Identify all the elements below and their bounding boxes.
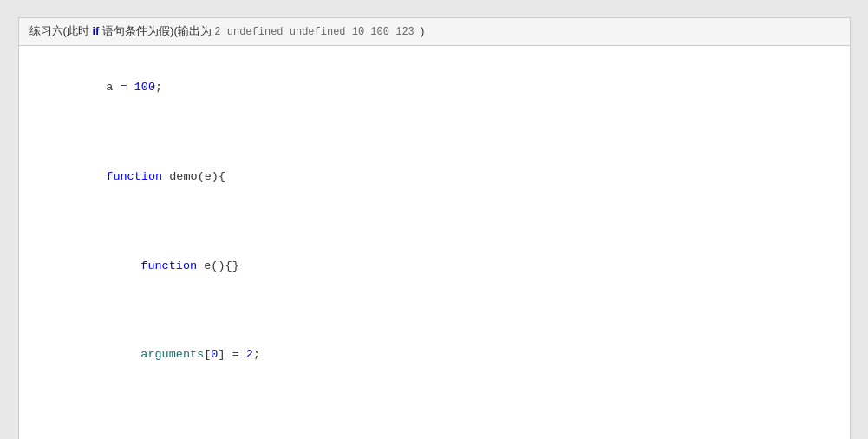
code-body: a = 100; function demo(e){ function e(){… [19, 46, 850, 439]
code-line: a = 100; [33, 55, 836, 121]
code-line-blank [33, 388, 836, 410]
header-middle: 语句条件为假)(输出为 [102, 24, 212, 37]
header-output: 2 undefined undefined 10 100 123 [214, 26, 421, 38]
code-line-blank [33, 121, 836, 144]
panel-header: 练习六(此时 if 语句条件为假)(输出为 2 undefined undefi… [19, 18, 850, 46]
code-line-blank [33, 210, 836, 233]
header-suffix: ) [421, 24, 424, 37]
code-line: arguments[0] = 2; [33, 321, 836, 388]
page-container: 练习六(此时 if 语句条件为假)(输出为 2 undefined undefi… [17, 17, 851, 439]
code-line-blank [33, 299, 836, 322]
header-prefix: 练习六(此时 [29, 24, 89, 37]
code-line: function e(){} [33, 233, 836, 299]
code-line: function demo(e){ [33, 143, 836, 210]
code-panel: 练习六(此时 if 语句条件为假)(输出为 2 undefined undefi… [18, 17, 851, 439]
code-line: document.write(e + '<br/>');//2 [33, 410, 836, 439]
header-keyword-if: if [92, 24, 99, 37]
